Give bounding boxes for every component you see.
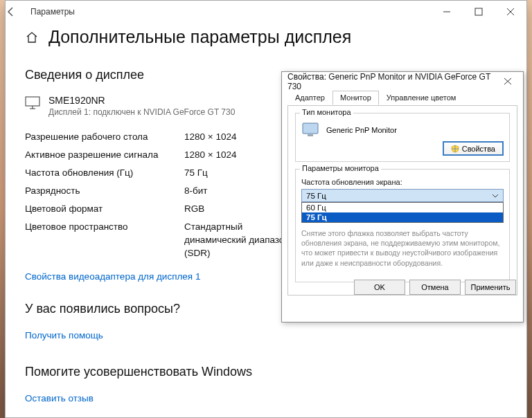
svg-rect-6 — [308, 134, 313, 136]
page-title: Дополнительные параметры дисплея — [48, 27, 351, 47]
svg-rect-1 — [475, 8, 482, 15]
get-help-link[interactable]: Получить помощь — [25, 330, 103, 340]
tab-color-management[interactable]: Управление цветом — [379, 91, 464, 105]
monitor-icon — [25, 95, 40, 110]
dialog-titlebar: Свойства: Generic PnP Monitor и NVIDIA G… — [282, 72, 523, 91]
feedback-link[interactable]: Оставить отзыв — [25, 393, 94, 403]
svg-rect-2 — [26, 97, 39, 106]
spec-label: Разрешение рабочего стола — [25, 128, 184, 146]
combo-dropdown-list: 60 Гц 75 Гц — [301, 202, 504, 223]
group-monitor-params: Параметры монитора Частота обновления эк… — [295, 169, 510, 282]
back-button[interactable] — [6, 6, 29, 17]
monitor-name: SME1920NR — [48, 95, 235, 106]
combo-option-75[interactable]: 75 Гц — [302, 212, 503, 222]
titlebar: Параметры — [6, 1, 526, 23]
spec-value: 1280 × 1024 — [184, 128, 236, 146]
refresh-rate-label: Частота обновления экрана: — [301, 178, 504, 186]
tab-adapter[interactable]: Адаптер — [287, 91, 332, 105]
dialog-title: Свойства: Generic PnP Monitor и NVIDIA G… — [287, 72, 493, 91]
maximize-button[interactable] — [463, 1, 495, 23]
group-title: Тип монитора — [300, 108, 353, 116]
ok-button[interactable]: OK — [354, 280, 405, 295]
section-improve-title: Помогите усовершенствовать Windows — [25, 365, 507, 379]
window-title: Параметры — [29, 7, 431, 17]
tab-panel-monitor: Тип монитора Generic PnP Monitor Свойств… — [287, 106, 517, 296]
minimize-button[interactable] — [431, 1, 463, 23]
combo-option-60[interactable]: 60 Гц — [302, 203, 503, 212]
dialog-tabs: Адаптер Монитор Управление цветом — [287, 91, 517, 106]
monitor-desc: Дисплей 1: подключен к NVIDIA GeForce GT… — [48, 107, 235, 117]
properties-button-label: Свойства — [462, 145, 495, 153]
adapter-props-link[interactable]: Свойства видеоадаптера для дисплея 1 — [25, 271, 200, 282]
spec-value: 8-бит — [184, 182, 207, 200]
tab-monitor[interactable]: Монитор — [332, 91, 379, 105]
home-icon[interactable] — [25, 30, 39, 44]
group-monitor-type: Тип монитора Generic PnP Monitor Свойств… — [295, 113, 510, 162]
spec-label: Разрядность — [25, 182, 184, 200]
spec-value: RGB — [184, 200, 204, 218]
combo-selected: 75 Гц — [306, 192, 326, 200]
monitor-properties-button[interactable]: Свойства — [443, 141, 504, 156]
spec-value: 75 Гц — [184, 164, 208, 182]
monitor-small-icon — [301, 122, 321, 138]
spec-label: Цветовой формат — [25, 200, 184, 218]
shield-icon — [451, 145, 459, 153]
close-button[interactable] — [495, 1, 526, 23]
monitor-type-name: Generic PnP Monitor — [326, 126, 397, 134]
spec-value: 1280 × 1024 — [184, 146, 236, 164]
spec-label: Частота обновления (Гц) — [25, 164, 184, 182]
refresh-rate-combo[interactable]: 75 Гц 60 Гц 75 Гц — [301, 189, 504, 202]
spec-label: Цветовое пространство — [25, 218, 184, 260]
cancel-button[interactable]: Отмена — [409, 280, 461, 295]
chevron-down-icon — [492, 192, 499, 199]
group-title: Параметры монитора — [300, 164, 381, 172]
spec-label: Активное разрешение сигнала — [25, 146, 184, 164]
refresh-rate-hint: Снятие этого флажка позволяет выбрать ча… — [301, 228, 504, 268]
svg-rect-5 — [303, 123, 318, 134]
monitor-properties-dialog: Свойства: Generic PnP Monitor и NVIDIA G… — [281, 71, 524, 322]
dialog-close-button[interactable] — [493, 72, 523, 91]
apply-button[interactable]: Применить — [465, 280, 516, 295]
